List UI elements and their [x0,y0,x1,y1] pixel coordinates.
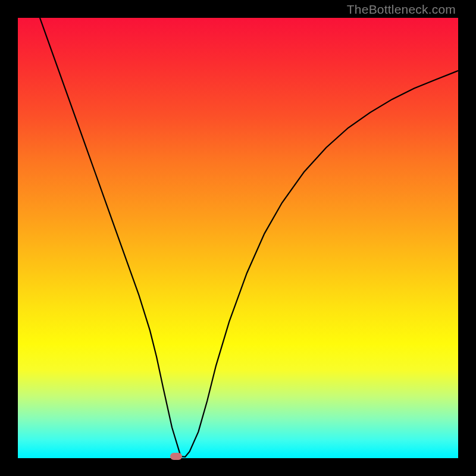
chart-frame: TheBottleneck.com [0,0,476,476]
watermark-text: TheBottleneck.com [347,2,456,17]
plot-area [18,18,458,458]
min-marker [170,453,182,460]
curve-svg [18,18,458,458]
bottleneck-curve [40,18,458,457]
